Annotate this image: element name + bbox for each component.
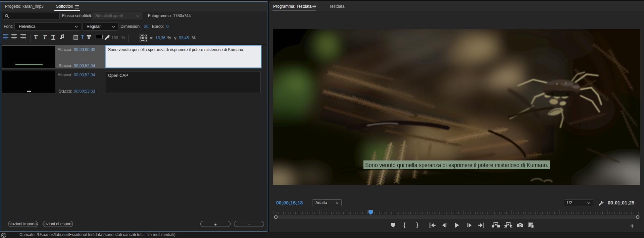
svg-text:Sono venuto qui nella speranza: Sono venuto qui nella speranza di esprim… — [365, 162, 548, 169]
